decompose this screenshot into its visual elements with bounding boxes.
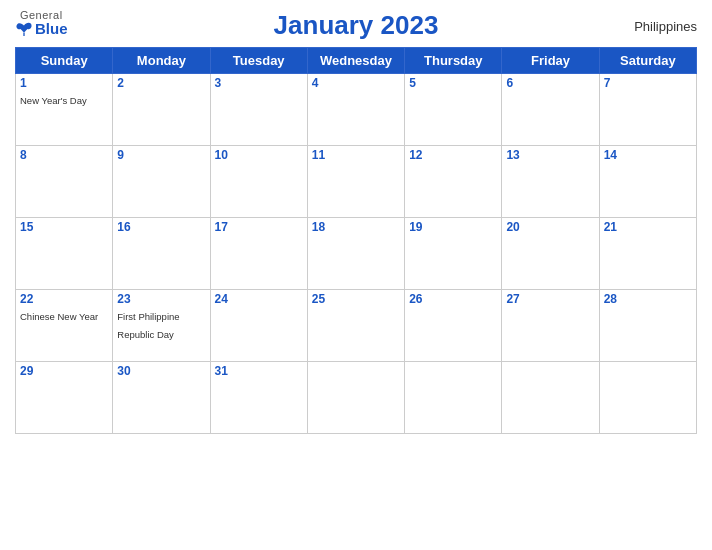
day-number: 23 bbox=[117, 292, 205, 306]
day-number: 13 bbox=[506, 148, 594, 162]
calendar-week-row: 1New Year's Day234567 bbox=[16, 74, 697, 146]
calendar-header: General Blue January 2023 Philippines bbox=[15, 10, 697, 41]
calendar-cell: 16 bbox=[113, 218, 210, 290]
day-number: 14 bbox=[604, 148, 692, 162]
calendar-cell: 24 bbox=[210, 290, 307, 362]
header-friday: Friday bbox=[502, 48, 599, 74]
header-tuesday: Tuesday bbox=[210, 48, 307, 74]
header-thursday: Thursday bbox=[405, 48, 502, 74]
logo-blue-text: Blue bbox=[15, 21, 68, 36]
header-saturday: Saturday bbox=[599, 48, 696, 74]
holiday-name: New Year's Day bbox=[20, 95, 87, 106]
logo-bird-icon bbox=[15, 22, 33, 36]
calendar-cell bbox=[502, 362, 599, 434]
weekday-header-row: Sunday Monday Tuesday Wednesday Thursday… bbox=[16, 48, 697, 74]
holiday-name: Chinese New Year bbox=[20, 311, 98, 322]
calendar-cell: 26 bbox=[405, 290, 502, 362]
calendar-cell bbox=[405, 362, 502, 434]
day-number: 26 bbox=[409, 292, 497, 306]
header-sunday: Sunday bbox=[16, 48, 113, 74]
calendar-cell: 3 bbox=[210, 74, 307, 146]
day-number: 9 bbox=[117, 148, 205, 162]
calendar-cell: 2 bbox=[113, 74, 210, 146]
day-number: 15 bbox=[20, 220, 108, 234]
calendar-cell: 12 bbox=[405, 146, 502, 218]
day-number: 25 bbox=[312, 292, 400, 306]
day-number: 24 bbox=[215, 292, 303, 306]
day-number: 18 bbox=[312, 220, 400, 234]
calendar-cell: 22Chinese New Year bbox=[16, 290, 113, 362]
calendar-cell bbox=[307, 362, 404, 434]
calendar-cell: 5 bbox=[405, 74, 502, 146]
day-number: 19 bbox=[409, 220, 497, 234]
day-number: 6 bbox=[506, 76, 594, 90]
day-number: 20 bbox=[506, 220, 594, 234]
calendar-cell: 18 bbox=[307, 218, 404, 290]
day-number: 30 bbox=[117, 364, 205, 378]
day-number: 7 bbox=[604, 76, 692, 90]
calendar-cell: 4 bbox=[307, 74, 404, 146]
day-number: 16 bbox=[117, 220, 205, 234]
day-number: 11 bbox=[312, 148, 400, 162]
day-number: 22 bbox=[20, 292, 108, 306]
calendar-cell: 25 bbox=[307, 290, 404, 362]
calendar-cell: 15 bbox=[16, 218, 113, 290]
calendar-cell: 19 bbox=[405, 218, 502, 290]
calendar-cell: 11 bbox=[307, 146, 404, 218]
calendar-cell bbox=[599, 362, 696, 434]
holiday-name: First Philippine Republic Day bbox=[117, 311, 179, 340]
calendar-week-row: 15161718192021 bbox=[16, 218, 697, 290]
calendar-cell: 9 bbox=[113, 146, 210, 218]
calendar-week-row: 22Chinese New Year23First Philippine Rep… bbox=[16, 290, 697, 362]
calendar-cell: 7 bbox=[599, 74, 696, 146]
generalblue-logo: General Blue bbox=[15, 10, 68, 36]
calendar-cell: 21 bbox=[599, 218, 696, 290]
day-number: 10 bbox=[215, 148, 303, 162]
day-number: 4 bbox=[312, 76, 400, 90]
calendar-cell: 29 bbox=[16, 362, 113, 434]
calendar-cell: 31 bbox=[210, 362, 307, 434]
day-number: 1 bbox=[20, 76, 108, 90]
calendar-title: January 2023 bbox=[274, 10, 439, 41]
calendar-country: Philippines bbox=[634, 18, 697, 33]
day-number: 29 bbox=[20, 364, 108, 378]
calendar-cell: 10 bbox=[210, 146, 307, 218]
day-number: 31 bbox=[215, 364, 303, 378]
calendar-cell: 17 bbox=[210, 218, 307, 290]
day-number: 8 bbox=[20, 148, 108, 162]
header-wednesday: Wednesday bbox=[307, 48, 404, 74]
calendar-cell: 1New Year's Day bbox=[16, 74, 113, 146]
day-number: 28 bbox=[604, 292, 692, 306]
calendar-cell: 8 bbox=[16, 146, 113, 218]
calendar-cell: 28 bbox=[599, 290, 696, 362]
day-number: 21 bbox=[604, 220, 692, 234]
calendar-week-row: 293031 bbox=[16, 362, 697, 434]
day-number: 5 bbox=[409, 76, 497, 90]
calendar-cell: 23First Philippine Republic Day bbox=[113, 290, 210, 362]
day-number: 2 bbox=[117, 76, 205, 90]
calendar-cell: 13 bbox=[502, 146, 599, 218]
calendar-cell: 6 bbox=[502, 74, 599, 146]
calendar-cell: 14 bbox=[599, 146, 696, 218]
calendar-table: Sunday Monday Tuesday Wednesday Thursday… bbox=[15, 47, 697, 434]
header-monday: Monday bbox=[113, 48, 210, 74]
calendar-cell: 27 bbox=[502, 290, 599, 362]
calendar-week-row: 891011121314 bbox=[16, 146, 697, 218]
day-number: 12 bbox=[409, 148, 497, 162]
day-number: 27 bbox=[506, 292, 594, 306]
day-number: 17 bbox=[215, 220, 303, 234]
calendar-cell: 20 bbox=[502, 218, 599, 290]
calendar-cell: 30 bbox=[113, 362, 210, 434]
calendar-page: General Blue January 2023 Philippines Su… bbox=[0, 0, 712, 550]
day-number: 3 bbox=[215, 76, 303, 90]
